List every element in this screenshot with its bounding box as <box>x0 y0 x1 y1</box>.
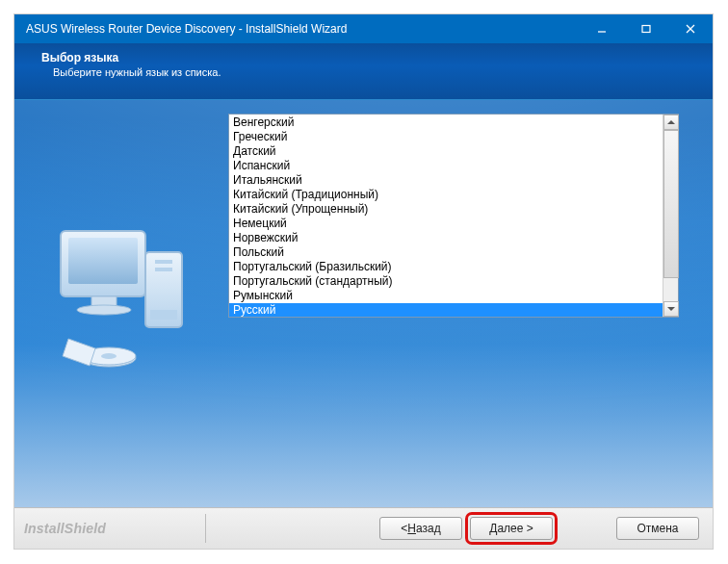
close-button[interactable] <box>668 14 713 43</box>
scroll-up-button[interactable] <box>663 115 679 130</box>
footer-separator <box>205 514 206 543</box>
svg-rect-11 <box>155 268 172 271</box>
list-item[interactable]: Китайский (Упрощенный) <box>229 202 663 217</box>
svg-rect-10 <box>155 260 172 264</box>
list-item[interactable]: Португальский (стандартный) <box>229 274 663 289</box>
wizard-header: Выбор языка Выберите нужный язык из спис… <box>14 43 713 99</box>
next-button[interactable]: Далее > <box>470 517 553 540</box>
cancel-button[interactable]: Отмена <box>616 517 699 540</box>
page-subtitle: Выберите нужный язык из списка. <box>41 66 695 78</box>
scroll-thumb[interactable] <box>663 130 679 278</box>
svg-rect-1 <box>642 26 650 33</box>
maximize-button[interactable] <box>624 14 668 43</box>
back-button[interactable]: < Назад <box>379 517 462 540</box>
list-item[interactable]: Греческий <box>229 130 663 144</box>
page-title: Выбор языка <box>41 51 695 64</box>
minimize-button[interactable] <box>580 14 624 43</box>
list-item[interactable]: Русский <box>229 303 663 317</box>
svg-point-7 <box>77 305 131 315</box>
listbox-scrollbar[interactable] <box>663 115 678 317</box>
svg-rect-9 <box>150 310 177 320</box>
svg-rect-5 <box>68 238 138 284</box>
installshield-brand: InstallShield <box>24 521 205 536</box>
language-listbox[interactable]: ВенгерскийГреческийДатскийИспанскийИталь… <box>228 114 679 318</box>
list-item[interactable]: Венгерский <box>229 115 663 130</box>
window-title: ASUS Wireless Router Device Discovery - … <box>26 22 580 36</box>
titlebar-buttons <box>580 14 713 43</box>
scroll-down-button[interactable] <box>663 301 679 317</box>
computer-illustration-icon <box>41 225 205 389</box>
svg-point-14 <box>101 353 117 359</box>
wizard-footer: InstallShield < Назад Далее > Отмена <box>14 507 713 549</box>
list-item[interactable]: Датский <box>229 144 663 159</box>
list-item[interactable]: Китайский (Традиционный) <box>229 188 663 202</box>
language-list-items: ВенгерскийГреческийДатскийИспанскийИталь… <box>229 115 663 317</box>
list-item[interactable]: Норвежский <box>229 231 663 245</box>
wizard-content: ВенгерскийГреческийДатскийИспанскийИталь… <box>14 99 713 507</box>
list-item[interactable]: Польский <box>229 245 663 260</box>
list-item[interactable]: Португальский (Бразильский) <box>229 260 663 274</box>
list-item[interactable]: Испанский <box>229 159 663 173</box>
installer-window: ASUS Wireless Router Device Discovery - … <box>13 13 714 550</box>
titlebar: ASUS Wireless Router Device Discovery - … <box>14 14 713 43</box>
list-item[interactable]: Итальянский <box>229 173 663 188</box>
list-item[interactable]: Румынский <box>229 289 663 303</box>
list-item[interactable]: Немецкий <box>229 217 663 231</box>
